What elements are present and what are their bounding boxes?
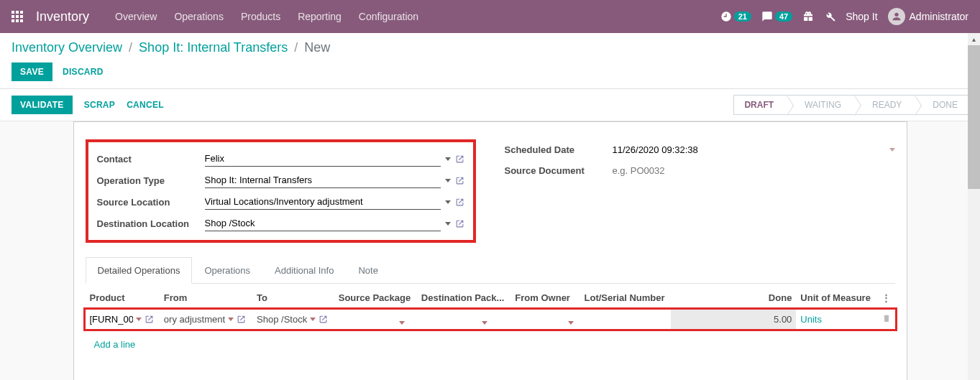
row-product-input[interactable] <box>90 314 133 325</box>
source-document-input[interactable] <box>613 163 895 178</box>
row-to-value[interactable]: Shop /Stock <box>257 314 307 325</box>
tab-operations[interactable]: Operations <box>192 257 262 284</box>
save-button[interactable]: SAVE <box>12 62 52 81</box>
status-done[interactable]: DONE <box>915 95 968 115</box>
tab-detailed-operations[interactable]: Detailed Operations <box>86 257 193 284</box>
chat-count: 47 <box>775 11 792 22</box>
label-source-location: Source Location <box>97 191 205 213</box>
chevron-down-icon[interactable] <box>889 148 895 152</box>
shop-link[interactable]: Shop It <box>846 11 877 22</box>
gift-icon[interactable] <box>802 11 814 22</box>
label-source-document: Source Document <box>505 160 613 181</box>
kebab-icon[interactable]: ⋮ <box>881 292 891 303</box>
th-uom: Unit of Measure <box>796 287 876 310</box>
menu-overview[interactable]: Overview <box>115 11 157 22</box>
label-destination-location: Destination Location <box>97 213 205 234</box>
breadcrumb: Inventory Overview / Shop It: Internal T… <box>12 40 968 55</box>
menu-products[interactable]: Products <box>241 11 280 22</box>
th-from: From <box>160 287 252 310</box>
th-lot: Lot/Serial Number <box>580 287 672 310</box>
menu-reporting[interactable]: Reporting <box>298 11 342 22</box>
wrench-icon[interactable] <box>824 11 835 22</box>
row-uom-value[interactable]: Units <box>800 314 822 325</box>
add-line-link[interactable]: Add a line <box>90 333 140 356</box>
breadcrumb-parent[interactable]: Shop It: Internal Transfers <box>139 40 288 55</box>
label-scheduled-date: Scheduled Date <box>505 139 613 160</box>
user-menu[interactable]: Administrator <box>888 8 968 25</box>
avatar-icon <box>888 8 905 25</box>
contact-input[interactable] <box>205 151 441 167</box>
source-location-input[interactable] <box>205 194 441 210</box>
external-link-icon[interactable] <box>319 315 328 324</box>
th-destination-package: Destination Pack... <box>417 287 511 310</box>
breadcrumb-current: New <box>304 40 330 55</box>
external-link-icon[interactable] <box>455 219 464 228</box>
apps-icon[interactable] <box>12 11 23 22</box>
chevron-down-icon[interactable] <box>482 321 487 325</box>
tab-additional-info[interactable]: Additional Info <box>262 257 346 284</box>
status-bar: DRAFT WAITING READY DONE <box>733 95 968 115</box>
chevron-down-icon[interactable] <box>568 321 574 325</box>
status-draft[interactable]: DRAFT <box>733 95 787 115</box>
scrap-button[interactable]: SCRAP <box>84 100 116 110</box>
operation-type-input[interactable] <box>205 172 441 188</box>
th-to: To <box>252 287 334 310</box>
user-name: Administrator <box>910 11 968 22</box>
external-link-icon[interactable] <box>455 198 464 207</box>
scroll-thumb[interactable] <box>968 45 980 189</box>
scrollbar[interactable]: ▴ <box>968 33 980 380</box>
timer-count: 21 <box>734 11 751 22</box>
table-row[interactable]: ory adjustment Shop /Stock <box>86 310 895 330</box>
tab-note[interactable]: Note <box>346 257 390 284</box>
discard-button[interactable]: DISCARD <box>63 67 104 77</box>
external-link-icon[interactable] <box>455 176 464 185</box>
menu-operations[interactable]: Operations <box>174 11 223 22</box>
scroll-up-icon[interactable]: ▴ <box>968 33 980 45</box>
chevron-down-icon[interactable] <box>399 321 405 325</box>
row-from-value[interactable]: ory adjustment <box>164 314 225 325</box>
menu-configuration[interactable]: Configuration <box>359 11 418 22</box>
trash-icon[interactable] <box>882 314 891 323</box>
timer-widget[interactable]: 21 <box>720 11 751 22</box>
th-source-package: Source Package <box>334 287 417 310</box>
app-brand[interactable]: Inventory <box>36 9 89 24</box>
scheduled-date-input[interactable] <box>613 142 885 157</box>
label-operation-type: Operation Type <box>97 170 205 191</box>
breadcrumb-root[interactable]: Inventory Overview <box>12 40 122 55</box>
label-contact: Contact <box>97 148 205 170</box>
row-done-value[interactable]: 5.00 <box>671 310 796 330</box>
cancel-button[interactable]: CANCEL <box>127 100 164 110</box>
chevron-down-icon[interactable] <box>310 318 316 321</box>
chevron-down-icon[interactable] <box>445 222 451 226</box>
highlight-left-fields: Contact Operation Type <box>86 139 476 243</box>
chevron-down-icon[interactable] <box>445 200 451 204</box>
th-done: Done <box>671 287 796 310</box>
clock-icon <box>720 11 732 22</box>
th-product: Product <box>86 287 160 310</box>
messaging-widget[interactable]: 47 <box>761 11 792 22</box>
external-link-icon[interactable] <box>455 154 464 164</box>
external-link-icon[interactable] <box>237 315 246 324</box>
th-from-owner: From Owner <box>510 287 580 310</box>
chevron-down-icon[interactable] <box>228 318 234 321</box>
destination-location-input[interactable] <box>205 216 441 231</box>
chevron-down-icon[interactable] <box>445 157 451 161</box>
external-link-icon[interactable] <box>145 315 154 324</box>
validate-button[interactable]: VALIDATE <box>12 96 73 114</box>
chevron-down-icon[interactable] <box>136 318 142 321</box>
chevron-down-icon[interactable] <box>445 179 451 182</box>
status-ready[interactable]: READY <box>854 95 915 115</box>
svg-point-0 <box>894 13 898 17</box>
status-waiting[interactable]: WAITING <box>787 95 854 115</box>
chat-icon <box>761 11 773 22</box>
